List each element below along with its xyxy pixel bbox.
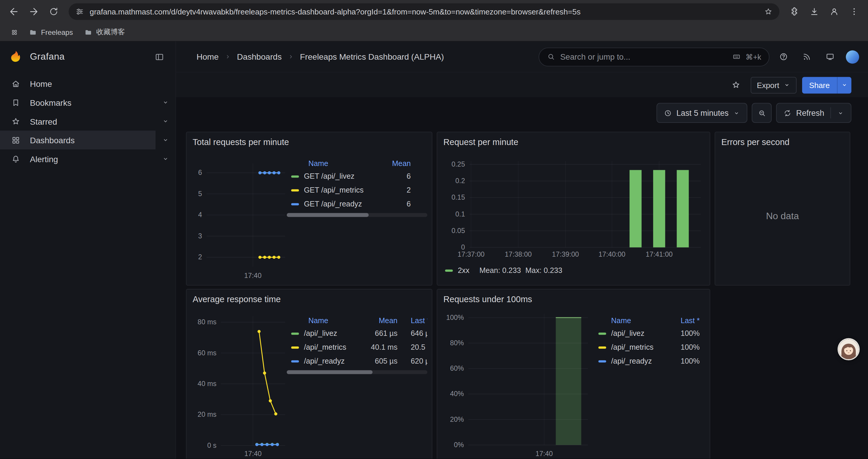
zoom-out-icon	[758, 109, 766, 117]
legend-col-name[interactable]: Name	[611, 316, 631, 325]
panel-title[interactable]: Request per minute	[443, 137, 518, 147]
monitor-icon	[825, 52, 835, 61]
legend-col-name[interactable]: Name	[308, 316, 328, 325]
expand-starred-button[interactable]	[156, 112, 176, 131]
dashboard-controls: Last 5 minutes Refresh	[656, 103, 851, 123]
apps-shortcut-button[interactable]	[6, 25, 22, 39]
search-input[interactable]	[560, 52, 727, 61]
reload-button[interactable]	[44, 2, 63, 21]
dock-menu-button[interactable]	[151, 49, 168, 65]
panel-title[interactable]: Average response time	[193, 294, 281, 304]
series-name[interactable]: /api/_metrics	[611, 343, 653, 352]
user-avatar[interactable]	[846, 50, 859, 64]
series-name[interactable]: /api/_readyz	[611, 357, 652, 365]
zoom-out-button[interactable]	[752, 103, 772, 123]
series-swatch[interactable]	[598, 346, 606, 348]
svg-text:4: 4	[198, 211, 202, 219]
home-icon	[11, 79, 20, 88]
sidebar-item-alerting[interactable]: Alerting	[0, 150, 156, 168]
grafana-logo[interactable]	[8, 50, 22, 64]
series-name[interactable]: /api/_metrics	[304, 343, 346, 352]
panel-title[interactable]: Total requests per minute	[193, 137, 289, 147]
help-button[interactable]	[774, 47, 793, 66]
sidebar-item-home[interactable]: Home	[0, 74, 156, 93]
series-name[interactable]: /api/_livez	[304, 329, 337, 338]
breadcrumb-home[interactable]: Home	[196, 52, 219, 61]
sidebar-item-dashboards[interactable]: Dashboards	[0, 131, 156, 150]
total-requests-chart[interactable]: 17:4065432	[190, 156, 289, 282]
legend-row: /api/_livez 661 µs 646 µs	[287, 326, 428, 340]
search-bar[interactable]: ⌘+k	[538, 47, 769, 66]
series-swatch[interactable]	[598, 332, 606, 334]
forward-button[interactable]	[24, 2, 43, 21]
scrollbar-thumb[interactable]	[287, 213, 369, 217]
kiosk-mode-button[interactable]	[820, 47, 839, 66]
bookmark-star-icon[interactable]	[764, 7, 773, 16]
keyboard-icon	[733, 53, 741, 61]
legend-col-name[interactable]: Name	[308, 159, 328, 167]
legend-col-mean[interactable]: Mean	[384, 159, 411, 167]
scrollbar-thumb[interactable]	[287, 370, 373, 374]
bookmark-folder-freeleaps[interactable]: Freeleaps	[24, 25, 78, 39]
series-swatch[interactable]	[291, 332, 299, 334]
series-name[interactable]: 2xx	[458, 266, 469, 274]
news-button[interactable]	[797, 47, 816, 66]
sidebar-item-bookmarks[interactable]: Bookmarks	[0, 93, 156, 112]
svg-text:17:40: 17:40	[244, 450, 262, 458]
profile-button[interactable]	[825, 2, 844, 21]
search-icon	[547, 53, 555, 61]
series-name[interactable]: GET /api/_readyz	[304, 200, 362, 208]
legend-scrollbar[interactable]	[287, 213, 428, 217]
legend-col-last[interactable]: Last *	[411, 316, 427, 325]
series-swatch[interactable]	[598, 360, 606, 362]
legend-inline: 2xx Mean: 0.233 Max: 0.233	[445, 266, 562, 274]
extensions-button[interactable]	[785, 2, 804, 21]
url-bar[interactable]: grafana.mathmast.com/d/deytv4rwavabkb/fr…	[68, 3, 779, 20]
time-range-picker[interactable]: Last 5 minutes	[656, 103, 747, 123]
legend-col-mean[interactable]: Mean	[366, 316, 397, 325]
browser-menu-button[interactable]	[845, 2, 864, 21]
refresh-button[interactable]: Refresh	[776, 103, 851, 123]
series-swatch[interactable]	[291, 189, 299, 191]
average-response-time-chart[interactable]: 17:4080 ms60 ms40 ms20 ms0 s	[190, 313, 289, 459]
site-settings-icon[interactable]	[75, 7, 84, 16]
share-button[interactable]: Share	[802, 77, 837, 93]
legend-header: Name Mean	[287, 157, 428, 169]
share-dropdown-button[interactable]	[837, 77, 851, 93]
refresh-label: Refresh	[796, 108, 824, 117]
avatar-image	[839, 339, 859, 359]
profile-icon	[829, 6, 839, 17]
series-swatch[interactable]	[291, 175, 299, 177]
expand-dashboards-button[interactable]	[156, 131, 176, 150]
expand-alerting-button[interactable]	[156, 150, 176, 168]
requests-under-100ms-chart[interactable]: 17:40100%80%60%40%20%0%	[440, 313, 596, 459]
bookmark-folder-blogs[interactable]: 收藏博客	[80, 25, 129, 39]
apps-icon	[11, 135, 20, 145]
downloads-button[interactable]	[805, 2, 824, 21]
series-name[interactable]: /api/_livez	[611, 329, 645, 338]
export-button[interactable]: Export	[751, 77, 797, 93]
back-button[interactable]	[4, 2, 23, 21]
series-swatch[interactable]	[445, 269, 453, 271]
panel-title[interactable]: Requests under 100ms	[443, 294, 532, 304]
series-name[interactable]: GET /api/_metrics	[304, 186, 364, 194]
series-name[interactable]: /api/_readyz	[304, 357, 345, 365]
panel-title[interactable]: Errors per second	[721, 137, 789, 147]
breadcrumb-dashboards[interactable]: Dashboards	[237, 52, 282, 61]
chevron-down-icon	[162, 99, 169, 106]
series-swatch[interactable]	[291, 203, 299, 205]
request-per-minute-chart[interactable]: 17:37:0017:38:0017:39:0017:40:0017:41:00…	[440, 156, 707, 261]
svg-text:0.25: 0.25	[452, 160, 465, 168]
series-swatch[interactable]	[291, 346, 299, 348]
series-swatch[interactable]	[291, 360, 299, 362]
legend-col-last[interactable]: Last *	[666, 316, 700, 325]
favorite-dashboard-button[interactable]	[726, 76, 745, 95]
svg-text:80 ms: 80 ms	[198, 318, 217, 326]
expand-bookmarks-button[interactable]	[156, 93, 176, 112]
series-name[interactable]: GET /api/_livez	[304, 172, 354, 181]
sidebar-item-starred[interactable]: Starred	[0, 112, 156, 131]
legend-scrollbar[interactable]	[287, 370, 428, 374]
assistant-avatar-bubble[interactable]	[839, 339, 859, 359]
svg-text:20%: 20%	[450, 416, 464, 423]
svg-text:60%: 60%	[450, 364, 464, 372]
